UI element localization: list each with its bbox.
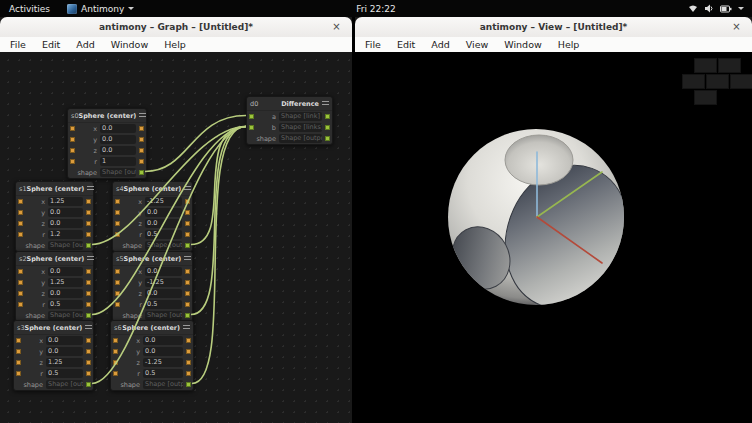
node-s3-header[interactable]: s3Sphere (center) <box>14 321 93 335</box>
input-connector[interactable] <box>113 371 118 376</box>
s4-r-field[interactable]: 0.5 <box>145 230 182 239</box>
output-connector[interactable] <box>325 114 330 119</box>
output-connector[interactable] <box>185 313 190 318</box>
s5-z-field[interactable]: 0.0 <box>145 289 182 298</box>
s3-shape-field[interactable]: Shape [output] <box>46 380 83 389</box>
input-connector[interactable] <box>16 349 21 354</box>
input-connector[interactable] <box>70 126 75 131</box>
s0-r-field[interactable]: 1 <box>100 157 136 166</box>
node-menu-icon[interactable] <box>183 324 190 331</box>
output-connector[interactable] <box>139 126 144 131</box>
activities-button[interactable]: Activities <box>0 0 59 17</box>
input-connector[interactable] <box>249 125 254 130</box>
input-connector[interactable] <box>113 338 118 343</box>
output-connector[interactable] <box>86 291 91 296</box>
s2-shape-field[interactable]: Shape [output] <box>48 311 83 320</box>
s6-z-field[interactable]: -1.25 <box>143 358 183 367</box>
s5-shape-field[interactable]: Shape [output] <box>145 311 182 320</box>
s6-shape-field[interactable]: Shape [output] <box>143 380 183 389</box>
output-connector[interactable] <box>86 280 91 285</box>
s0-x-field[interactable]: 0.0 <box>100 124 136 133</box>
s4-shape-field[interactable]: Shape [output] <box>145 241 182 250</box>
node-menu-icon[interactable] <box>87 185 94 192</box>
orientation-tile-4[interactable] <box>730 74 752 89</box>
output-connector[interactable] <box>86 232 91 237</box>
output-connector[interactable] <box>186 360 191 365</box>
input-connector[interactable] <box>18 232 23 237</box>
menu-graph-window[interactable]: Window <box>103 37 156 52</box>
output-connector[interactable] <box>325 136 330 141</box>
menu-graph-help[interactable]: Help <box>156 37 194 52</box>
output-connector[interactable] <box>185 243 190 248</box>
output-connector[interactable] <box>139 148 144 153</box>
orientation-tile-2[interactable] <box>682 74 705 89</box>
output-connector[interactable] <box>86 313 91 318</box>
s5-y-field[interactable]: -1.25 <box>145 278 182 287</box>
graph-canvas[interactable]: s0Sphere (center)x0.0y0.0z0.0r1shapeShap… <box>0 52 352 423</box>
output-connector[interactable] <box>325 125 330 130</box>
s5-r-field[interactable]: 0.5 <box>145 300 182 309</box>
orientation-tile-0[interactable] <box>694 58 717 73</box>
s3-z-field[interactable]: 1.25 <box>46 358 83 367</box>
s1-y-field[interactable]: 0.0 <box>48 208 83 217</box>
output-connector[interactable] <box>86 269 91 274</box>
input-connector[interactable] <box>70 137 75 142</box>
input-connector[interactable] <box>115 302 120 307</box>
s0-shape-field[interactable]: Shape [output] <box>100 168 136 177</box>
s6-x-field[interactable]: 0.0 <box>143 336 183 345</box>
output-connector[interactable] <box>86 338 91 343</box>
output-connector[interactable] <box>185 269 190 274</box>
menu-view-edit[interactable]: Edit <box>389 37 423 52</box>
view-window-titlebar[interactable]: antimony – View – [Untitled]* × <box>355 17 752 38</box>
orientation-tile-3[interactable] <box>706 74 729 89</box>
input-connector[interactable] <box>16 360 21 365</box>
output-connector[interactable] <box>186 349 191 354</box>
input-connector[interactable] <box>115 210 120 215</box>
node-s4-header[interactable]: s4Sphere (center) <box>113 182 192 196</box>
menu-graph-edit[interactable]: Edit <box>34 37 68 52</box>
output-connector[interactable] <box>185 199 190 204</box>
output-connector[interactable] <box>86 371 91 376</box>
node-menu-icon[interactable] <box>184 185 191 192</box>
output-connector[interactable] <box>185 210 190 215</box>
app-menu-button[interactable]: Antimony <box>59 0 142 17</box>
output-connector[interactable] <box>86 221 91 226</box>
menu-view-help[interactable]: Help <box>550 37 588 52</box>
output-connector[interactable] <box>185 221 190 226</box>
node-s0-header[interactable]: s0Sphere (center) <box>68 109 146 123</box>
node-menu-icon[interactable] <box>184 255 191 262</box>
output-connector[interactable] <box>86 382 91 387</box>
input-connector[interactable] <box>18 302 23 307</box>
input-connector[interactable] <box>115 269 120 274</box>
output-connector[interactable] <box>186 371 191 376</box>
node-s3[interactable]: s3Sphere (center)x0.0y0.0z1.25r0.5shapeS… <box>13 320 94 391</box>
node-s2-header[interactable]: s2Sphere (center) <box>16 252 93 266</box>
input-connector[interactable] <box>18 269 23 274</box>
output-connector[interactable] <box>139 137 144 142</box>
output-connector[interactable] <box>86 302 91 307</box>
orientation-tile-1[interactable] <box>718 58 741 73</box>
viewport-3d[interactable] <box>355 52 752 423</box>
output-connector[interactable] <box>139 170 144 175</box>
node-s5-header[interactable]: s5Sphere (center) <box>113 252 192 266</box>
node-s0[interactable]: s0Sphere (center)x0.0y0.0z0.0r1shapeShap… <box>67 108 147 179</box>
menu-graph-add[interactable]: Add <box>68 37 102 52</box>
input-connector[interactable] <box>70 148 75 153</box>
input-connector[interactable] <box>113 349 118 354</box>
d0-a-field[interactable]: Shape [link] <box>279 112 322 121</box>
output-connector[interactable] <box>86 243 91 248</box>
menu-view-window[interactable]: Window <box>496 37 549 52</box>
d0-shape-field[interactable]: Shape [output] <box>279 134 322 143</box>
output-connector[interactable] <box>185 291 190 296</box>
output-connector[interactable] <box>185 232 190 237</box>
input-connector[interactable] <box>115 232 120 237</box>
close-icon[interactable]: × <box>730 20 743 33</box>
s2-y-field[interactable]: 1.25 <box>48 278 83 287</box>
input-connector[interactable] <box>115 280 120 285</box>
s1-z-field[interactable]: 0.0 <box>48 219 83 228</box>
output-connector[interactable] <box>185 302 190 307</box>
menu-view-file[interactable]: File <box>357 37 389 52</box>
s4-y-field[interactable]: 0.0 <box>145 208 182 217</box>
s0-y-field[interactable]: 0.0 <box>100 135 136 144</box>
input-connector[interactable] <box>115 221 120 226</box>
